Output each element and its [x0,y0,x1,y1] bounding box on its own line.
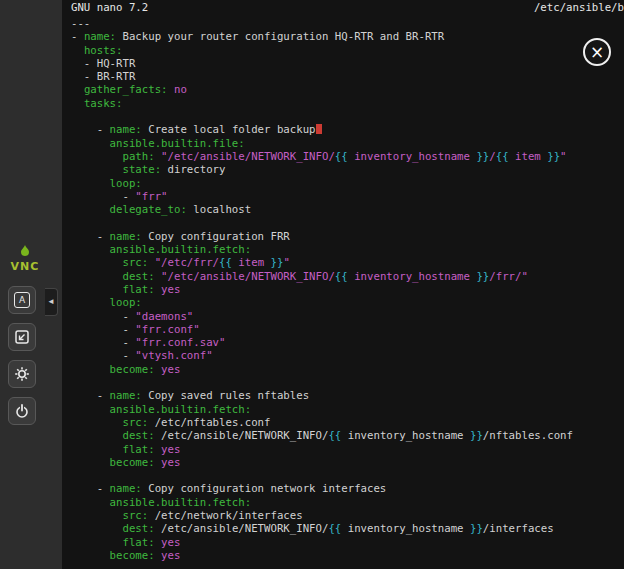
code-token: /frr/" [489,270,528,283]
editor-line: - name: Copy configuration FRR [71,230,624,243]
code-token: - [71,482,110,495]
code-token: "vtysh.conf" [135,349,212,362]
code-token: name: [110,482,142,495]
code-token: Copy configuration FRR [142,230,290,243]
code-token [71,83,84,96]
code-token: "/etc/ansible/NETWORK_INFO/ [161,150,335,163]
terminal[interactable]: GNU nano 7.2 /etc/ansible/b ---- name: B… [62,0,624,569]
power-icon [14,403,30,419]
code-token [71,416,122,429]
code-token: {{ [335,270,348,283]
code-token: /etc/network/interfaces [148,509,302,522]
editor-line [71,469,624,482]
editor-line: flat: yes [71,536,624,549]
code-token: path: [122,150,154,163]
editor-line: - name: Backup your router configuration… [71,30,624,43]
editor-line: tasks: [71,97,624,110]
code-token: name: [110,230,142,243]
code-token: " [560,150,566,163]
code-token: "frr.conf.sav" [135,336,225,349]
code-token: loop: [110,177,142,190]
fullscreen-icon [14,329,30,345]
fullscreen-button[interactable] [8,323,36,351]
editor-line: gather_facts: no [71,83,624,96]
code-token: - [71,230,110,243]
code-token: - [71,323,135,336]
code-token: inventory_hostname [348,270,477,283]
code-token: - [71,310,135,323]
editor-line: ansible.builtin.file: [71,137,624,150]
code-token: "frr.conf" [135,323,199,336]
code-token: dest: [122,270,154,283]
code-token: dest: [122,522,154,535]
code-token [71,256,122,269]
vnc-viewer: VNC ◄ A [0,0,624,569]
code-token: {{ [496,150,509,163]
editor-line: - name: Copy configuration network inter… [71,482,624,495]
code-token: yes [161,283,180,296]
editor-line: src: "/etc/frr/{{ item }}" [71,256,624,269]
code-token: yes [161,549,180,562]
code-token: yes [161,536,180,549]
vnc-control-bar: VNC ◄ A [0,0,62,569]
code-token [71,456,110,469]
vnc-logo-text: VNC [7,260,43,273]
editor-line [71,216,624,229]
keyboard-button[interactable]: A [8,286,36,314]
code-token: /etc/ansible/NETWORK_INFO/ [155,522,329,535]
editor-line: ansible.builtin.fetch: [71,496,624,509]
code-token: flat: [122,283,154,296]
code-token: --- [71,17,90,30]
code-token: " [283,256,289,269]
code-token: delegate_to: [110,203,187,216]
code-token: Copy saved rules nftables [142,389,309,402]
editor-line: become: yes [71,363,624,376]
code-token: ansible.builtin.file: [110,137,245,150]
code-token: }} [476,150,489,163]
vnc-logo: VNC [7,242,43,273]
editor-line: become: yes [71,549,624,562]
editor-line: state: directory [71,163,624,176]
code-token [71,549,110,562]
code-token [71,283,122,296]
editor-line [71,376,624,389]
editor-line: loop: [71,177,624,190]
close-button[interactable]: × [583,38,611,66]
editor-line: dest: /etc/ansible/NETWORK_INFO/{{ inven… [71,429,624,442]
code-token: Create local folder backup [142,123,316,136]
code-token: flat: [122,536,154,549]
code-token: "/etc/ansible/NETWORK_INFO/ [161,270,335,283]
code-token: tasks: [84,97,123,110]
code-token: yes [161,456,180,469]
code-token [71,403,110,416]
code-token: }} [271,256,284,269]
code-token [71,97,84,110]
settings-button[interactable] [8,360,36,388]
code-token [71,137,110,150]
editor-line: dest: "/etc/ansible/NETWORK_INFO/{{ inve… [71,270,624,283]
keyboard-key-label: A [19,295,25,305]
editor-content[interactable]: ---- name: Backup your router configurat… [62,15,624,562]
chevron-left-icon: ◄ [47,297,55,306]
code-token: /nftables.conf [483,429,573,442]
editor-line: loop: [71,296,624,309]
code-token [71,496,110,509]
editor-line: - "vtysh.conf" [71,349,624,362]
nano-filename: /etc/ansible/b [534,0,624,15]
control-bar-handle[interactable]: ◄ [45,288,58,316]
code-token: become: [110,549,155,562]
code-token: - [71,336,135,349]
code-token [71,509,122,522]
gear-icon [14,366,30,382]
code-token [71,363,110,376]
code-token: no [174,83,187,96]
editor-line: path: "/etc/ansible/NETWORK_INFO/{{ inve… [71,150,624,163]
vnc-flame-icon [18,245,32,257]
code-token: flat: [122,443,154,456]
code-token: name: [110,123,142,136]
editor-line: ansible.builtin.fetch: [71,403,624,416]
code-token: - [71,30,84,43]
code-token: ansible.builtin.fetch: [110,403,252,416]
power-button[interactable] [8,397,36,425]
editor-line [71,110,624,123]
